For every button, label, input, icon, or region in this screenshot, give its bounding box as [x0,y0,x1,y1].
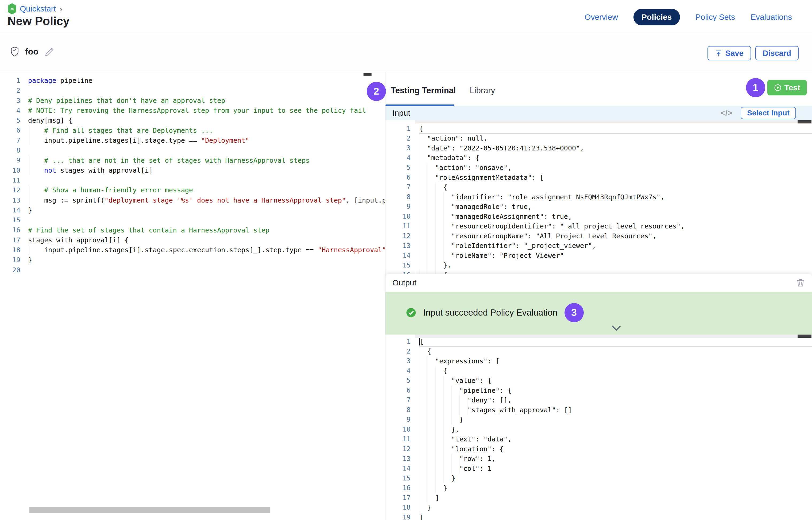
line-number: 19 [385,513,410,520]
code-line[interactable]: "roleName": "Project Viewer" [419,251,812,261]
nav-tab-overview[interactable]: Overview [585,12,618,22]
code-line[interactable]: "expressions": [ [419,356,812,366]
code-line[interactable]: "deny": [], [419,395,812,405]
code-line[interactable]: # NOTE: Try removing the HarnessApproval… [28,106,385,115]
code-line[interactable]: "roleIdentifier": "_project_viewer", [419,241,812,251]
discard-button[interactable]: Discard [755,46,798,60]
code-line[interactable]: "managedRoleAssignment": true, [419,212,812,222]
code-line[interactable]: [ [419,337,812,346]
line-number: 4 [385,366,410,376]
line-number: 7 [385,395,410,405]
code-line[interactable]: "resourceGroupIdentifier": "_all_project… [419,221,812,231]
code-line[interactable]: "location": { [419,444,812,454]
nav-tab-policies[interactable]: Policies [633,9,680,25]
input-json-pane[interactable]: 12345678910111213141516 { "action": null… [385,120,812,274]
code-line[interactable]: deny[msg] { [28,115,385,125]
code-line[interactable]: { [419,182,812,192]
code-line[interactable]: "action": null, [419,134,812,144]
input-json-code[interactable]: { "action": null, "date": "2022-05-05T20… [415,124,812,274]
code-line[interactable]: # Deny pipelines that don't have an appr… [28,96,385,106]
line-number: 17 [385,493,410,503]
code-line[interactable]: input.pipeline.stages[i].stage.spec.exec… [28,245,385,255]
output-json-code[interactable]: [ { "expressions": [ { "value": { "pipel… [415,337,812,520]
code-line[interactable] [28,146,385,155]
line-number: 3 [0,96,20,106]
code-line[interactable]: "identifier": "role_assignment_NsFQM43Rq… [419,192,812,202]
code-line[interactable]: "managedRole": true, [419,202,812,212]
code-line[interactable]: }, [419,261,812,270]
nav-tab-evaluations[interactable]: Evaluations [751,12,792,22]
code-line[interactable] [28,265,385,275]
code-line[interactable]: "date": "2022-05-05T20:41:23.538+0000", [419,143,812,153]
code-line[interactable]: package pipeline [28,76,385,85]
trash-icon[interactable] [796,278,805,287]
code-line[interactable]: "value": { [419,376,812,386]
code-line[interactable]: # Show a human-friendly error message [28,185,385,195]
line-number: 10 [385,212,410,222]
code-line[interactable]: "resourceGroupName": "All Project Level … [419,231,812,241]
code-line[interactable]: input.pipeline.stages[i].stage.type == "… [28,135,385,146]
line-number: 11 [0,175,20,185]
output-section-header: Output [385,274,812,292]
tab-library[interactable]: Library [470,86,495,96]
code-line[interactable]: ] [419,513,812,520]
code-line[interactable]: "text": "data", [419,434,812,444]
text-cursor [419,338,420,345]
nav-tab-policy-sets[interactable]: Policy Sets [695,12,735,22]
code-brackets-icon[interactable]: </> [720,109,733,117]
line-number: 10 [385,424,410,435]
code-line[interactable] [28,85,385,96]
line-number: 8 [385,192,410,202]
code-line[interactable]: # Find all stages that are Deployments .… [28,125,385,135]
code-line[interactable]: { [419,270,812,274]
code-line[interactable]: msg := sprintf("deployment stage '%s' do… [28,195,385,205]
code-line[interactable]: } [419,503,812,513]
test-button[interactable]: Test [767,80,807,96]
code-line[interactable]: }, [419,424,812,435]
select-input-button[interactable]: Select Input [741,107,796,119]
line-number: 6 [0,125,20,135]
code-line[interactable]: } [419,483,812,493]
code-line[interactable]: } [28,255,385,265]
code-line[interactable]: { [419,124,812,134]
code-line[interactable]: } [28,205,385,215]
editor-code[interactable]: package pipeline# Deny pipelines that do… [20,76,385,520]
editor-scrollbar-thumb[interactable] [363,73,372,76]
code-line[interactable]: ] [419,493,812,503]
output-scrollbar-thumb[interactable] [797,335,811,338]
code-line[interactable]: } [419,473,812,484]
code-line[interactable] [28,175,385,185]
code-line[interactable]: { [419,346,812,357]
code-line[interactable]: "stages_with_approval": [] [419,405,812,415]
chevron-down-icon[interactable] [612,326,621,332]
line-number: 18 [0,245,20,255]
code-line[interactable]: "action": "onsave", [419,163,812,173]
tab-testing-terminal[interactable]: Testing Terminal [391,86,456,96]
code-line[interactable]: "row": 1, [419,454,812,464]
output-scrollbar-track [415,335,812,338]
code-line[interactable]: # Find the set of stages that contain a … [28,225,385,235]
input-scrollbar-thumb[interactable] [797,120,811,124]
editor-horizontal-scrollbar[interactable] [29,506,270,513]
output-json-pane[interactable]: 12345678910111213141516171819 [ { "expre… [385,335,812,520]
line-number: 9 [0,155,20,165]
code-line[interactable]: "roleAssignmentMetadata": [ [419,173,812,183]
check-circle-icon [406,308,416,318]
code-line[interactable]: } [419,415,812,424]
code-line[interactable]: { [419,366,812,376]
breadcrumb-link-quickstart[interactable]: Quickstart [20,4,56,14]
code-line[interactable]: not stages_with_approval[i] [28,165,385,175]
code-line[interactable]: # ... that are not in the set of stages … [28,155,385,165]
code-line[interactable]: stages_with_approval[i] { [28,235,385,245]
line-number: 15 [385,261,410,270]
code-line[interactable]: "col": 1 [419,464,812,473]
edit-pencil-icon[interactable] [44,46,55,57]
line-number: 16 [0,225,20,235]
code-line[interactable]: "pipeline": { [419,386,812,395]
code-line[interactable]: "metadata": { [419,153,812,163]
code-line[interactable] [28,215,385,225]
line-number: 15 [0,215,20,225]
line-number: 5 [385,163,410,173]
save-button[interactable]: Save [708,46,751,60]
policy-code-editor[interactable]: 1234567891011121314151617181920 package … [0,72,385,520]
